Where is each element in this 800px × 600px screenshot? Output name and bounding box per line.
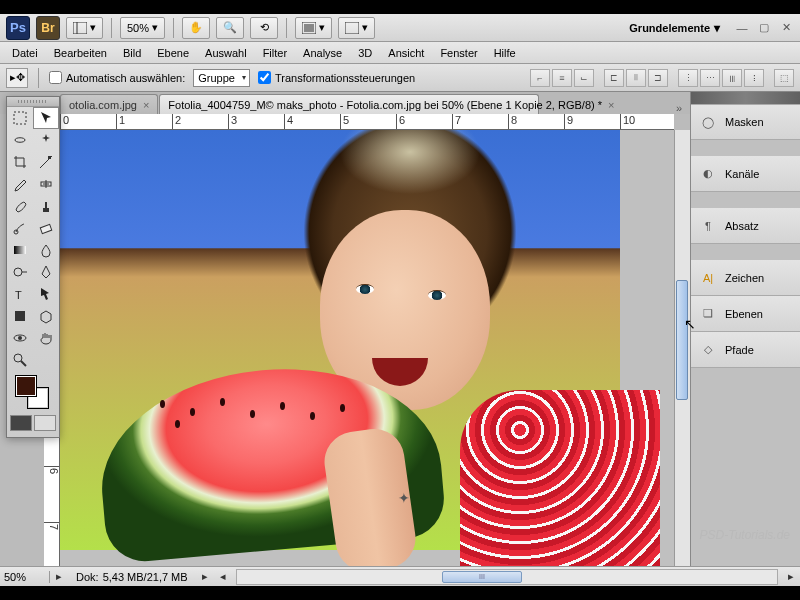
arrange-button[interactable]: ▾ [295,17,332,39]
align-left-icon[interactable]: ⊏ [604,69,624,87]
scrollbar-thumb[interactable] [676,280,688,400]
dodge-tool[interactable] [7,261,33,283]
current-tool-icon[interactable]: ▸✥ [6,68,28,88]
vertical-scrollbar[interactable] [674,130,690,566]
menu-bearbeiten[interactable]: Bearbeiten [46,44,115,62]
zoom-tool[interactable] [7,349,33,371]
minimize-button[interactable]: — [734,21,750,35]
document-tab[interactable]: otolia.com.jpg× [60,94,158,114]
type-tool[interactable]: T [7,283,33,305]
document-area: otolia.com.jpg× Fotolia_4004759_M© maks_… [0,92,690,566]
panel-masken[interactable]: ◯Masken [691,104,800,140]
menu-filter[interactable]: Filter [255,44,295,62]
menu-ebene[interactable]: Ebene [149,44,197,62]
status-menu-arrow[interactable]: ▸ [50,570,68,583]
history-brush-tool[interactable] [7,217,33,239]
3d-camera-tool[interactable] [7,327,33,349]
maximize-button[interactable]: ▢ [756,21,772,35]
bridge-icon[interactable]: Br [36,16,60,40]
panel-dock-grip[interactable] [691,92,800,104]
panel-kanaele[interactable]: ◐Kanäle [691,156,800,192]
toolbox-grip[interactable] [7,97,59,107]
wand-tool[interactable] [33,129,59,151]
svg-rect-8 [43,208,49,212]
panel-ebenen[interactable]: ❏Ebenen [691,296,800,332]
panel-pfade[interactable]: ◇Pfade [691,332,800,368]
align-hcenter-icon[interactable]: ⫴ [626,69,646,87]
panel-label: Masken [725,116,764,128]
path-select-tool[interactable] [33,283,59,305]
menu-analyse[interactable]: Analyse [295,44,350,62]
lasso-tool[interactable] [7,129,33,151]
horizontal-scrollbar[interactable]: III [236,569,778,585]
distribute-3-icon[interactable]: ⫼ [722,69,742,87]
foreground-color[interactable] [15,375,37,397]
zoom-tool-shortcut[interactable]: 🔍 [216,17,244,39]
align-top-icon[interactable]: ⌐ [530,69,550,87]
heal-tool[interactable] [33,173,59,195]
auto-select-value: Gruppe [198,72,235,84]
status-bar: 50% ▸ Dok: 5,43 MB/21,7 MB ▸ ◂ III ▸ [0,566,800,586]
distribute-1-icon[interactable]: ⋮ [678,69,698,87]
tabs-scroll-right[interactable]: » [672,102,686,114]
eyedropper-tool[interactable] [7,173,33,195]
auto-align-icon[interactable]: ⬚ [774,69,794,87]
distribute-4-icon[interactable]: ⫶ [744,69,764,87]
close-icon[interactable]: × [608,99,614,111]
3d-tool[interactable] [33,305,59,327]
scrollbar-thumb[interactable]: III [442,571,522,583]
color-swatches[interactable] [7,371,59,413]
move-tool[interactable] [33,107,59,129]
ruler-mark: 3 [228,114,237,130]
align-right-icon[interactable]: ⊐ [648,69,668,87]
ruler-horizontal[interactable]: 0 1 2 3 4 5 6 7 8 9 10 [60,114,674,130]
scroll-left-arrow[interactable]: ◂ [214,570,232,583]
marquee-tool[interactable] [7,107,33,129]
distribute-2-icon[interactable]: ⋯ [700,69,720,87]
doc-size-value: 5,43 MB/21,7 MB [103,571,188,583]
eraser-tool[interactable] [33,217,59,239]
gradient-tool[interactable] [7,239,33,261]
menu-ansicht[interactable]: Ansicht [380,44,432,62]
slice-tool[interactable] [33,151,59,173]
auto-select-checkbox[interactable]: Automatisch auswählen: [49,71,185,84]
panel-zeichen[interactable]: A|Zeichen [691,260,800,296]
close-button[interactable]: ✕ [778,21,794,35]
channels-icon: ◐ [699,165,717,183]
align-vcenter-icon[interactable]: ≡ [552,69,572,87]
hand-tool[interactable] [33,327,59,349]
quickmask-mode[interactable] [34,415,56,431]
transform-controls-checkbox[interactable]: Transformationssteuerungen [258,71,415,84]
hand-tool-shortcut[interactable]: ✋ [182,17,210,39]
standard-mode[interactable] [10,415,32,431]
close-icon[interactable]: × [143,99,149,111]
layout-button[interactable]: ▾ [66,17,103,39]
pen-tool[interactable] [33,261,59,283]
screen-mode-button[interactable]: ▾ [338,17,375,39]
menu-hilfe[interactable]: Hilfe [486,44,524,62]
shape-tool[interactable] [7,305,33,327]
canvas-viewport[interactable]: ✦ [60,130,690,566]
transform-label: Transformationssteuerungen [275,72,415,84]
document-tab-active[interactable]: Fotolia_4004759_M© maks_photo - Fotolia.… [159,94,539,114]
panel-label: Zeichen [725,272,764,284]
status-zoom[interactable]: 50% [0,571,50,583]
menu-3d[interactable]: 3D [350,44,380,62]
svg-rect-12 [14,246,26,254]
stamp-tool[interactable] [33,195,59,217]
crop-tool[interactable] [7,151,33,173]
status-info-arrow[interactable]: ▸ [196,570,214,583]
scroll-right-arrow[interactable]: ▸ [782,570,800,583]
blur-tool[interactable] [33,239,59,261]
brush-tool[interactable] [7,195,33,217]
auto-select-type[interactable]: Gruppe [193,69,250,87]
menu-bild[interactable]: Bild [115,44,149,62]
align-bottom-icon[interactable]: ⌙ [574,69,594,87]
menu-datei[interactable]: Datei [4,44,46,62]
workspace-switcher[interactable]: Grundelemente ▾ [621,21,728,35]
zoom-select[interactable]: 50% ▾ [120,17,165,39]
panel-absatz[interactable]: ¶Absatz [691,208,800,244]
rotate-view-shortcut[interactable]: ⟲ [250,17,278,39]
menu-auswahl[interactable]: Auswahl [197,44,255,62]
menu-fenster[interactable]: Fenster [432,44,485,62]
